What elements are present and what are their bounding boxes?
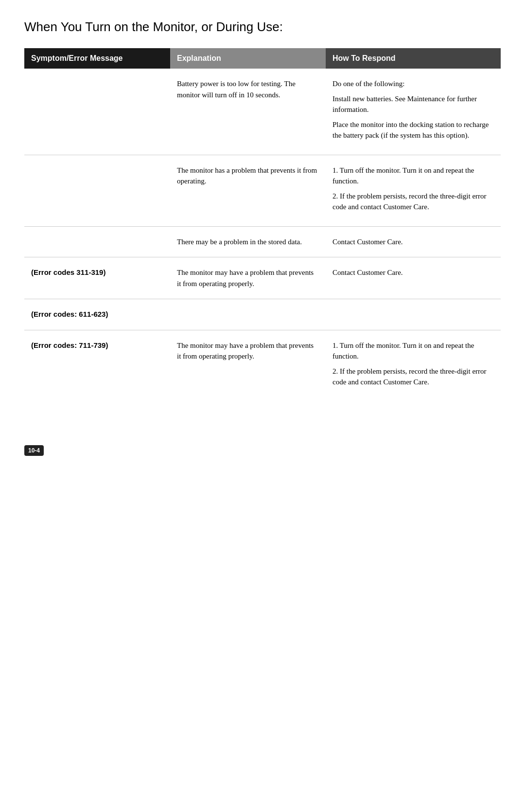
explanation-cell-5 [170, 299, 326, 330]
header-explanation: Explanation [170, 48, 326, 69]
page-title: When You Turn on the Monitor, or During … [24, 19, 501, 35]
symptom-cell-4: (Error codes 311-319) [24, 257, 170, 299]
respond-cell-2: 1. Turn off the monitor. Turn it on and … [326, 155, 501, 226]
respond-cell-3: Contact Customer Care. [326, 227, 501, 257]
header-respond: How To Respond [326, 48, 501, 69]
table-row: (Error codes: 611-623) [24, 299, 501, 330]
table-row: (Error codes: 711-739) The monitor may h… [24, 330, 501, 401]
respond-cell-5 [326, 299, 501, 330]
explanation-cell-2: The monitor has a problem that prevents … [170, 155, 326, 226]
symptom-cell-5: (Error codes: 611-623) [24, 299, 170, 330]
respond-cell-1: Do one of the following: Install new bat… [326, 69, 501, 155]
symptom-cell-3 [24, 227, 170, 257]
explanation-cell-6: The monitor may have a problem that prev… [170, 330, 326, 401]
explanation-cell-4: The monitor may have a problem that prev… [170, 257, 326, 299]
table-row: (Error codes 311-319) The monitor may ha… [24, 257, 501, 299]
table-row: Battery power is too low for testing. Th… [24, 69, 501, 155]
respond-cell-6: 1. Turn off the monitor. Turn it on and … [326, 330, 501, 401]
table-header-row: Symptom/Error Message Explanation How To… [24, 48, 501, 69]
symptom-cell-1 [24, 69, 170, 155]
table-row: The monitor has a problem that prevents … [24, 155, 501, 226]
page-number-badge: 10-4 [24, 445, 44, 456]
table-row: There may be a problem in the stored dat… [24, 226, 501, 257]
header-symptom: Symptom/Error Message [24, 48, 170, 69]
main-table: Symptom/Error Message Explanation How To… [24, 48, 501, 401]
symptom-cell-2 [24, 155, 170, 226]
explanation-cell-3: There may be a problem in the stored dat… [170, 227, 326, 257]
symptom-cell-6: (Error codes: 711-739) [24, 330, 170, 401]
explanation-cell-1: Battery power is too low for testing. Th… [170, 69, 326, 155]
respond-cell-4: Contact Customer Care. [326, 257, 501, 299]
